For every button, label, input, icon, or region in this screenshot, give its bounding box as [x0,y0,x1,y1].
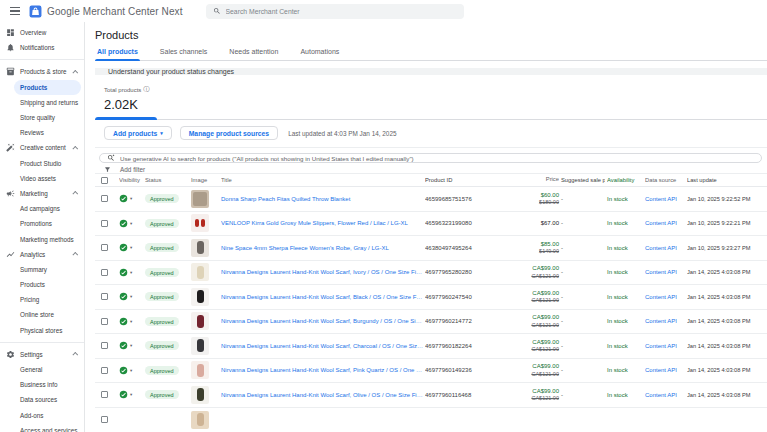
sidebar-section-settings[interactable]: Settings [0,347,84,362]
row-checkbox[interactable] [101,367,108,374]
sidebar-item-products[interactable]: Products [0,277,84,292]
table-row[interactable]: ▾ Approved VENLOOP Kirra Gold Grosy Mule… [95,212,767,237]
row-checkbox[interactable] [101,269,108,276]
sidebar-item-overview[interactable]: Overview [0,25,84,40]
visibility-approved-icon[interactable] [119,292,128,301]
info-icon[interactable]: ⓘ [143,85,149,94]
sidebar-item-label: Online store [20,311,54,318]
visibility-approved-icon[interactable] [119,194,128,203]
table-row[interactable]: ▾ Approved Nine Space 4mm Sherpa Fleece … [95,236,767,261]
sidebar-item-product-studio[interactable]: Product Studio [0,156,84,171]
table-row[interactable]: ▾ Approved Nirvanna Designs Laurent Hand… [95,383,767,408]
data-source-link[interactable]: Content API [645,343,685,349]
product-title-link[interactable]: Nirvanna Designs Laurent Hand-Knit Wool … [221,269,423,275]
sidebar-item-business-info[interactable]: Business info [0,377,84,392]
sidebar-item-reviews[interactable]: Reviews [0,125,84,140]
sidebar-item-label: Business info [20,381,57,388]
sidebar-item-video-assets[interactable]: Video assets [0,171,84,186]
sidebar-item-online-store[interactable]: Online store [0,307,84,322]
data-source-link[interactable]: Content API [645,392,685,398]
visibility-approved-icon[interactable] [119,341,128,350]
hamburger-icon [10,10,20,11]
table-row[interactable]: ▾ Approved Donna Sharp Peach Fitas Quilt… [95,187,767,212]
chevron-up-icon [72,70,78,76]
visibility-approved-icon[interactable] [119,219,128,228]
last-update: Jan 14, 2025 4:03:08 PM [687,392,763,398]
product-title-link[interactable]: Nirvanna Designs Laurent Hand-Knit Wool … [221,343,423,349]
sidebar-section-products-store[interactable]: Products & store [0,64,84,79]
sidebar-item-label: Reviews [20,129,44,136]
visibility-approved-icon[interactable] [119,243,128,252]
tab-all-products[interactable]: All products [95,47,140,60]
product-title-link[interactable]: Nirvanna Designs Laurent Hand-Knit Wool … [221,294,423,300]
product-title-link[interactable]: Nirvanna Designs Laurent Hand-Knit Wool … [221,318,423,324]
availability: In stock [607,392,643,398]
sidebar-item-ad-campaigns[interactable]: Ad campaigns [0,201,84,216]
sidebar-item-marketing-methods[interactable]: Marketing methods [0,231,84,246]
table-row[interactable]: ▾ Approved Nirvanna Designs Laurent Hand… [95,359,767,384]
tab-automations[interactable]: Automations [298,47,341,60]
row-checkbox[interactable] [101,244,108,251]
row-checkbox[interactable] [101,293,108,300]
sidebar-item-access-and-services[interactable]: Access and services [0,423,84,432]
sidebar-item-physical-stores[interactable]: Physical stores [0,323,84,338]
sidebar-item-add-ons[interactable]: Add-ons [0,408,84,423]
sidebar-item-products[interactable]: Products [14,80,81,95]
global-search-input[interactable] [226,8,457,15]
data-source-link[interactable]: Content API [645,367,685,373]
row-checkbox[interactable] [101,416,108,423]
global-search[interactable] [206,4,464,19]
tab-needs-attention[interactable]: Needs attention [227,47,280,60]
data-source-link[interactable]: Content API [645,318,685,324]
sidebar-item-notifications[interactable]: Notifications [0,40,84,55]
sidebar-item-store-quality[interactable]: Store quality [0,110,84,125]
product-title-link[interactable]: Nirvanna Designs Laurent Hand-Knit Wool … [221,367,423,373]
sidebar-item-pricing[interactable]: Pricing [0,292,84,307]
sidebar-item-label: Ad campaigns [20,205,60,212]
app-logo[interactable]: Google Merchant Center Next [29,5,183,18]
sidebar-item-general[interactable]: General [0,362,84,377]
sidebar-item-shipping-and-returns[interactable]: Shipping and returns [0,95,84,110]
visibility-approved-icon[interactable] [119,366,128,375]
suggested-sale-price: - [561,269,605,275]
product-title-link[interactable]: VENLOOP Kirra Gold Grosy Mule Slippers, … [221,220,423,226]
visibility-approved-icon[interactable] [119,268,128,277]
product-title-link[interactable]: Donna Sharp Peach Fitas Quilted Throw Bl… [221,196,423,202]
status-changes-banner[interactable]: Understand your product status changes [95,68,767,75]
ai-search[interactable] [99,153,762,163]
row-checkbox[interactable] [101,391,108,398]
table-row[interactable]: ▾ Approved Nirvanna Designs Laurent Hand… [95,285,767,310]
visibility-approved-icon[interactable] [119,390,128,399]
select-all-checkbox[interactable] [101,177,108,184]
add-filter-button[interactable]: Add filter [120,166,145,173]
tab-sales-channels[interactable]: Sales channels [158,47,209,60]
menu-button[interactable] [8,4,22,18]
table-row[interactable] [95,408,767,432]
sidebar-section-creative-content[interactable]: Creative content [0,140,84,155]
data-source-link[interactable]: Content API [645,294,685,300]
sidebar-section-marketing[interactable]: Marketing [0,186,84,201]
sidebar-item-summary[interactable]: Summary [0,262,84,277]
last-update: Jan 14, 2025 4:03:08 PM [687,294,763,300]
sidebar-section-analytics[interactable]: Analytics [0,247,84,262]
sidebar-item-promotions[interactable]: Promotions [0,216,84,231]
add-products-button[interactable]: Add products ▾ [104,126,172,140]
data-source-link[interactable]: Content API [645,196,685,202]
ai-search-input[interactable] [120,155,754,162]
table-row[interactable]: ▾ Approved Nirvanna Designs Laurent Hand… [95,261,767,286]
chevron-down-icon: ▾ [130,294,132,299]
data-source-link[interactable]: Content API [645,245,685,251]
data-source-link[interactable]: Content API [645,269,685,275]
row-checkbox[interactable] [101,342,108,349]
data-source-link[interactable]: Content API [645,220,685,226]
manage-product-sources-button[interactable]: Manage product sources [180,126,278,140]
product-title-link[interactable]: Nine Space 4mm Sherpa Fleece Women's Rob… [221,245,423,251]
product-title-link[interactable]: Nirvanna Designs Laurent Hand-Knit Wool … [221,392,423,398]
row-checkbox[interactable] [101,195,108,202]
row-checkbox[interactable] [101,220,108,227]
table-row[interactable]: ▾ Approved Nirvanna Designs Laurent Hand… [95,334,767,359]
sidebar-item-data-sources[interactable]: Data sources [0,392,84,407]
table-row[interactable]: ▾ Approved Nirvanna Designs Laurent Hand… [95,310,767,335]
visibility-approved-icon[interactable] [119,317,128,326]
row-checkbox[interactable] [101,318,108,325]
